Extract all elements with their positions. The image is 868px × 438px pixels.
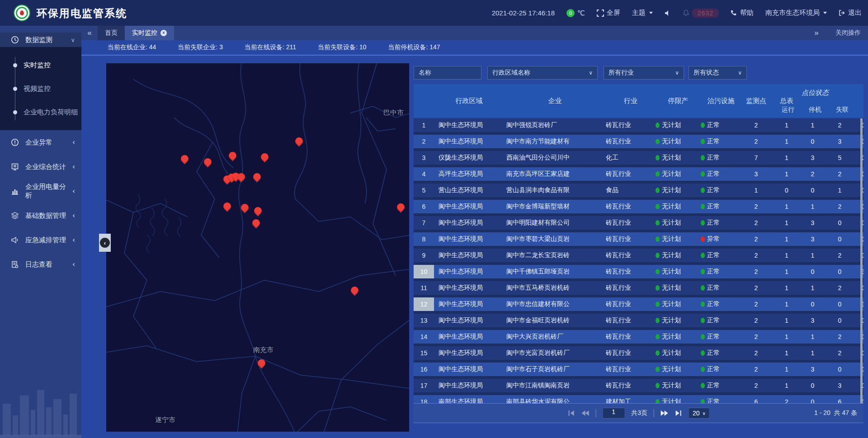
table-row[interactable]: 15阆中生态环境局阆中市光富页岩机砖厂砖瓦行业无计划正常21120 [414, 346, 863, 360]
notifications[interactable]: 2632 [683, 9, 719, 18]
col-header-company: 企业 [504, 84, 606, 118]
status-select[interactable]: 所有状态∨ [689, 66, 747, 80]
table-row[interactable]: 4高坪生态环境局南充市高坪区王家店建砖瓦行业无计划正常31220 [414, 167, 863, 181]
cell-treat: 正常 [701, 330, 741, 344]
cell-halt: 0 [830, 314, 850, 327]
logout-button[interactable]: 退出 [839, 9, 862, 17]
industry-select[interactable]: 所有行业∨ [604, 66, 684, 80]
log-icon [11, 260, 19, 268]
table-row[interactable]: 6阆中生态环境局阆中市金博瑞新型墙材砖瓦行业无计划正常21120 [414, 200, 863, 213]
map-panel[interactable]: 巴中市南充市遂宁市 [106, 63, 409, 432]
theme-dropdown[interactable]: 主题 [632, 9, 653, 17]
table-row[interactable]: 10阆中生态环境局阆中千佛镇五郎垭页岩砖瓦行业无计划正常21003 [414, 265, 863, 278]
table-row[interactable]: 17阆中生态环境局阆中市江南镇阆南页岩砖瓦行业无计划正常21030 [414, 379, 863, 392]
col-header-treatment: 治污设施 [701, 84, 741, 118]
cell-meter: 1 [771, 216, 802, 230]
sidebar-collapse-button[interactable]: ‹ [99, 234, 111, 252]
status-dot-icon [701, 155, 705, 160]
chevron-down-icon: ∨ [675, 70, 679, 76]
report-icon [11, 163, 19, 171]
table-row[interactable]: 8阆中生态环境局阆中市枣碧大梁山页岩砖瓦行业无计划异常21300 [414, 232, 863, 246]
sidebar-subitem-0-1[interactable]: 视频监控 [0, 77, 81, 100]
cell-run: 3 [802, 232, 823, 246]
notification-count-badge: 2632 [692, 9, 719, 18]
status-dot-icon [656, 236, 660, 242]
org-dropdown[interactable]: 南充市生态环境局 [765, 9, 827, 17]
bar-chart-icon [11, 187, 19, 195]
status-dot-icon [656, 269, 660, 274]
cell-monitor: 2 [741, 135, 771, 148]
cell-treat: 正常 [701, 184, 741, 197]
page-size-select[interactable]: 20 ∨ [689, 408, 710, 419]
cell-halt: 5 [830, 151, 850, 165]
cell-run: 1 [802, 281, 823, 295]
page-number-input[interactable]: 1 [602, 408, 625, 419]
table-row[interactable]: 16阆中生态环境局阆中市石子页岩机砖厂砖瓦行业无计划正常21300 [414, 363, 863, 376]
cell-region: 阆中生态环境局 [439, 200, 506, 213]
cell-monitor: 2 [741, 330, 771, 344]
first-page-button[interactable] [567, 410, 575, 416]
cell-monitor: 3 [741, 167, 771, 181]
cell-industry: 砖瓦行业 [606, 135, 656, 148]
cell-run: 1 [802, 200, 823, 213]
sidebar-subitem-0-0[interactable]: 实时监控 [0, 53, 81, 77]
sidebar-item-6[interactable]: 日志查看‹ [0, 252, 81, 277]
region-select[interactable]: 行政区域名称∨ [487, 66, 598, 80]
table-row[interactable]: 13阆中生态环境局阆中市金福旺页岩机砖砖瓦行业无计划正常21300 [414, 314, 863, 327]
table-row[interactable]: 5营山生态环境局营山县润丰肉食品有限食品无计划正常10010 [414, 184, 863, 197]
tab-close-icon[interactable]: × [160, 30, 167, 36]
table-row[interactable]: 2阆中生态环境局阆中市南方节能建材有砖瓦行业无计划正常21030 [414, 135, 863, 148]
sidebar-subitem-0-2[interactable]: 企业电力负荷明细 [0, 100, 81, 124]
status-dot-icon [701, 350, 705, 356]
table-row[interactable]: 9阆中生态环境局阆中市二龙长宝页岩砖砖瓦行业无计划正常21120 [414, 249, 863, 262]
tab-1[interactable]: 实时监控× [125, 26, 174, 40]
chevron-down-icon: ∨ [589, 70, 593, 76]
bell-icon [683, 9, 689, 16]
cell-run: 0 [802, 297, 823, 311]
sidebar-item-3[interactable]: 企业用电量分析‹ [0, 179, 81, 203]
table-row[interactable]: 18南部生态环境局南部县砖华水泥有限公建材加工无计划正常62060 [414, 395, 863, 403]
col-header-lost: 失联 [831, 106, 854, 114]
mute-button[interactable] [665, 10, 671, 16]
table-scrollbar[interactable] [860, 118, 863, 403]
name-search-input[interactable]: 名称 [414, 66, 481, 80]
tabs-scroll-right-button[interactable]: » [808, 28, 825, 38]
close-operations-button[interactable]: 关闭操作 [835, 29, 861, 37]
stat-1: 当前失联企业: 3 [178, 43, 223, 52]
phone-icon [731, 9, 737, 16]
status-dot-icon [656, 399, 660, 403]
table-row[interactable]: 12阆中生态环境局阆中市忠信建材有限公砖瓦行业无计划正常21003 [414, 297, 863, 311]
sidebar-item-5[interactable]: 应急减排管理‹ [0, 228, 81, 252]
cell-row-number: 7 [414, 216, 434, 230]
table-row[interactable]: 14阆中生态环境局阆中大兴页岩机砖厂砖瓦行业无计划正常21120 [414, 330, 863, 344]
sidebar-item-2[interactable]: 企业综合统计‹ [0, 155, 81, 179]
status-dot-icon [701, 171, 705, 177]
cell-stop: 无计划 [656, 363, 701, 376]
table-row[interactable]: 11阆中生态环境局阆中市五马桥页岩机砖砖瓦行业无计划正常21120 [414, 281, 863, 295]
fullscreen-button[interactable]: 全屏 [597, 9, 620, 17]
prev-page-button[interactable] [581, 410, 589, 416]
sidebar-item-1[interactable]: 企业异常‹ [0, 130, 81, 155]
map-city-label: 南充市 [253, 346, 274, 354]
sidebar-item-4[interactable]: 基础数据管理‹ [0, 203, 81, 228]
sidebar-item-0[interactable]: 数据监测∨ [0, 33, 81, 47]
cell-row-number: 12 [414, 297, 434, 311]
cell-region: 营山生态环境局 [439, 184, 506, 197]
cell-meter: 1 [771, 249, 802, 262]
last-page-button[interactable] [675, 410, 682, 416]
cell-meter: 1 [771, 346, 802, 360]
cell-region: 阆中生态环境局 [439, 314, 506, 327]
cell-meter: 1 [771, 379, 802, 392]
help-button[interactable]: 帮助 [731, 9, 754, 17]
cell-run: 0 [802, 379, 823, 392]
table-row[interactable]: 7阆中生态环境局阆中明阳建材有限公司砖瓦行业无计划正常21300 [414, 216, 863, 230]
table-row[interactable]: 3仪陇生态环境局西南油气田分公司川中化工无计划正常71350 [414, 151, 863, 165]
cell-row-number: 16 [414, 363, 434, 376]
tabs-scroll-left-button[interactable]: « [81, 26, 98, 40]
map-city-label: 巴中市 [383, 108, 404, 117]
next-page-button[interactable] [660, 410, 669, 416]
table-row[interactable]: 1阆中生态环境局阆中强锐页岩砖厂砖瓦行业无计划正常21120 [414, 118, 863, 132]
cell-run: 3 [802, 363, 823, 376]
chevron-left-icon: ‹ [72, 163, 75, 171]
tab-0[interactable]: 首页 [98, 26, 125, 40]
